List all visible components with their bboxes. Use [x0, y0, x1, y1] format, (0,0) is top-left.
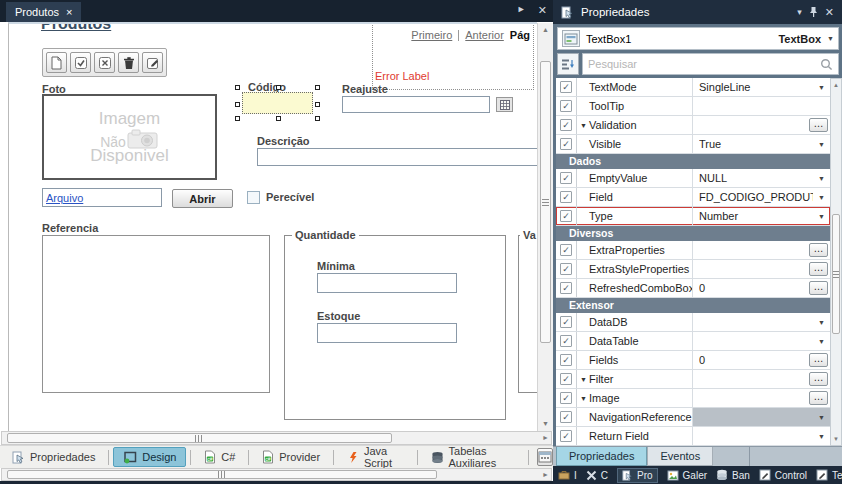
property-value[interactable] [693, 97, 830, 115]
property-enabled-checkbox[interactable]: ✓ [556, 313, 577, 331]
property-value[interactable]: ▼ [693, 332, 830, 350]
scrollbar-thumb[interactable] [540, 61, 551, 343]
previous-page-link[interactable]: Anterior [465, 29, 504, 41]
tab-scroll-icon[interactable]: ► [517, 4, 526, 17]
property-name[interactable]: ExtraProperties [577, 241, 693, 259]
property-enabled-checkbox[interactable]: ✓ [556, 389, 577, 407]
dropdown-arrow-icon[interactable]: ▼ [818, 84, 825, 91]
property-name[interactable]: DataTable [577, 332, 693, 350]
ellipsis-button[interactable]: … [809, 243, 828, 257]
tab-propriedades[interactable]: Propriedades [3, 447, 104, 467]
property-value[interactable]: … [693, 116, 830, 134]
edit-button[interactable] [142, 52, 163, 73]
expander-icon[interactable]: ▼ [580, 395, 589, 402]
property-enabled-checkbox[interactable]: ✓ [556, 351, 577, 369]
dock-tab-galeria[interactable]: Galer [667, 470, 707, 481]
tab-produtos[interactable]: Produtos × [6, 2, 81, 22]
property-enabled-checkbox[interactable]: ✓ [556, 78, 577, 96]
property-name[interactable]: ▼Validation [577, 116, 693, 134]
property-name[interactable]: Field [577, 188, 693, 206]
codigo-textbox-selected[interactable] [242, 92, 313, 114]
tab-eventos[interactable]: Eventos [647, 447, 713, 466]
tab-javascript[interactable]: Java Script [338, 447, 413, 467]
selection-handle[interactable] [235, 116, 240, 121]
estoque-textbox[interactable] [317, 323, 457, 343]
selection-handle[interactable] [315, 85, 320, 90]
property-enabled-checkbox[interactable]: ✓ [556, 427, 577, 445]
property-enabled-checkbox[interactable]: ✓ [556, 188, 577, 206]
scroll-right-icon[interactable]: ► [542, 434, 549, 441]
property-value[interactable]: ▼ [693, 427, 830, 445]
property-value[interactable]: … [693, 260, 830, 278]
scrollbar-thumb[interactable] [832, 214, 840, 334]
dropdown-arrow-icon[interactable]: ▼ [818, 414, 825, 421]
arquivo-field[interactable]: Arquivo [42, 188, 162, 207]
property-enabled-checkbox[interactable]: ✓ [556, 408, 577, 426]
chevron-down-icon[interactable]: ▼ [827, 35, 834, 42]
panel-menu-icon[interactable]: ▾ [797, 7, 802, 17]
designer-vertical-scrollbar[interactable]: ▲ ▼ [537, 23, 553, 431]
property-name[interactable]: EmptyValue [577, 169, 693, 187]
property-name[interactable]: TextMode [577, 78, 693, 96]
abrir-button[interactable]: Abrir [172, 189, 233, 208]
descricao-textbox[interactable] [257, 148, 537, 166]
referencia-textarea[interactable] [42, 235, 270, 393]
selection-handle[interactable] [276, 116, 281, 121]
designer-horizontal-scrollbar[interactable]: ► [1, 431, 552, 445]
scroll-right-icon[interactable]: ► [542, 471, 549, 478]
property-enabled-checkbox[interactable]: ✓ [556, 97, 577, 115]
dock-tab-tools[interactable]: C [586, 470, 608, 481]
property-value[interactable]: SingleLine▼ [693, 78, 830, 96]
selection-handle[interactable] [235, 85, 240, 90]
categorize-button[interactable] [557, 53, 579, 75]
property-name[interactable]: RefreshedComboBoxes [577, 279, 693, 297]
dropdown-arrow-icon[interactable]: ▼ [818, 319, 825, 326]
ellipsis-button[interactable]: … [809, 281, 828, 295]
ellipsis-button[interactable]: … [809, 118, 828, 132]
expander-icon[interactable]: ▼ [580, 122, 589, 129]
dropdown-arrow-icon[interactable]: ▼ [818, 194, 825, 201]
arquivo-link[interactable]: Arquivo [46, 192, 83, 204]
property-enabled-checkbox[interactable]: ✓ [556, 207, 577, 225]
property-name[interactable]: DataDB [577, 313, 693, 331]
property-grid-scrollbar[interactable]: ▲ ▼ [830, 78, 842, 446]
scroll-down-icon[interactable]: ▼ [831, 433, 841, 445]
expander-icon[interactable]: ▼ [580, 376, 589, 383]
property-name[interactable]: ToolTip [577, 97, 693, 115]
ellipsis-button[interactable]: … [809, 262, 828, 276]
dropdown-arrow-icon[interactable]: ▼ [818, 175, 825, 182]
property-name[interactable]: Return Field [577, 427, 693, 445]
dock-tab-propriedades[interactable]: Pro [617, 468, 658, 483]
dock-tab-control[interactable]: Control [759, 469, 807, 481]
property-value[interactable]: FD_CODIGO_PRODUTO▼ [693, 188, 830, 206]
property-value[interactable]: Number▼ [693, 207, 830, 225]
property-name[interactable]: Fields [577, 351, 693, 369]
property-name[interactable]: Visible [577, 135, 693, 153]
dock-tab-template[interactable]: Temp [816, 469, 842, 481]
property-enabled-checkbox[interactable]: ✓ [556, 135, 577, 153]
ellipsis-button[interactable]: … [809, 372, 828, 386]
property-search-field[interactable] [582, 53, 839, 75]
scroll-down-icon[interactable]: ▼ [538, 417, 553, 431]
dropdown-arrow-icon[interactable]: ▼ [818, 213, 825, 220]
ellipsis-button[interactable]: … [809, 391, 828, 405]
property-name[interactable]: ExtraStyleProperties [577, 260, 693, 278]
window-preview-button[interactable] [537, 448, 553, 466]
property-name[interactable]: ▼Filter [577, 370, 693, 388]
tab-propriedades-grid[interactable]: Propriedades [556, 447, 647, 466]
property-name[interactable]: NavigationReference [577, 408, 693, 426]
scrollbar-thumb[interactable] [7, 470, 437, 479]
dropdown-arrow-icon[interactable]: ▼ [818, 141, 825, 148]
selection-handle[interactable] [315, 102, 320, 107]
scrollbar-thumb[interactable] [7, 433, 392, 443]
property-value[interactable]: NULL▼ [693, 169, 830, 187]
close-tab-icon[interactable]: × [66, 6, 72, 18]
selection-handle[interactable] [276, 85, 281, 90]
property-value[interactable]: True▼ [693, 135, 830, 153]
bottom-horizontal-scrollbar[interactable]: ► [1, 468, 552, 481]
property-enabled-checkbox[interactable]: ✓ [556, 169, 577, 187]
dock-tab-banco[interactable]: Ban [716, 469, 750, 481]
property-enabled-checkbox[interactable]: ✓ [556, 241, 577, 259]
pin-icon[interactable] [809, 6, 818, 18]
property-value[interactable]: ▼ [693, 408, 830, 426]
